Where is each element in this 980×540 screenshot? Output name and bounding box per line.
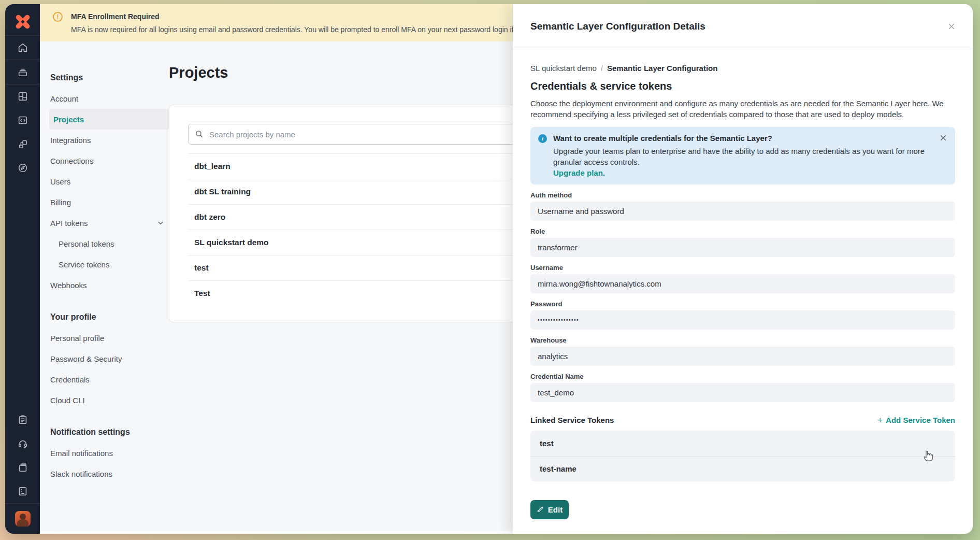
sidebar-item-billing[interactable]: Billing (49, 192, 169, 212)
sidebar-item-webhooks[interactable]: Webhooks (49, 275, 169, 295)
clipboard-icon[interactable] (5, 408, 40, 432)
sidebar-item-service-tokens[interactable]: Service tokens (49, 254, 169, 275)
dashboard-icon[interactable] (5, 84, 40, 108)
sidebar-item-label: Password & Security (50, 354, 122, 363)
sidebar-item-password-security[interactable]: Password & Security (49, 348, 169, 369)
close-icon[interactable] (945, 20, 958, 33)
support-headset-icon[interactable] (5, 432, 40, 456)
field-label: Password (530, 300, 955, 308)
field-value-password[interactable]: •••••••••••••••• (530, 310, 955, 330)
sidebar-item-label: Cloud CLI (50, 396, 85, 405)
upgrade-info-banner: i Want to create multiple credentials fo… (530, 127, 955, 184)
section-description: Choose the deployment environment and co… (530, 98, 955, 120)
field-label: Warehouse (530, 336, 955, 344)
pencil-icon (537, 506, 544, 513)
info-banner-body: Upgrade your teams plan to enterprise an… (553, 146, 930, 167)
edit-button[interactable]: Edit (530, 500, 569, 519)
docs-icon[interactable] (5, 456, 40, 479)
breadcrumb-separator: / (601, 64, 603, 73)
field-value-warehouse[interactable]: analytics (530, 347, 955, 366)
add-service-token-button[interactable]: + Add Service Token (877, 416, 955, 424)
field-value-username[interactable]: mirna.wong@fishtownanalytics.com (530, 274, 955, 293)
settings-nav: SettingsAccountProjectsIntegrationsConne… (49, 67, 169, 484)
field-label: Credential Name (530, 373, 955, 380)
warning-icon: ! (53, 12, 63, 22)
info-icon: i (538, 134, 547, 143)
nav-section-header-notification-settings: Notification settings (49, 422, 169, 443)
section-title: Credentials & service tokens (530, 80, 955, 92)
sidebar-item-label: API tokens (50, 219, 88, 228)
sidebar-item-email-notifications[interactable]: Email notifications (49, 443, 169, 463)
sidebar-item-label: Personal tokens (59, 239, 114, 248)
service-token-row-test: test (530, 431, 955, 456)
nav-section-header-your-profile: Your profile (49, 307, 169, 328)
deploy-icon[interactable] (5, 60, 40, 84)
field-value-auth-method[interactable]: Username and password (530, 202, 955, 221)
credential-fields: Auth methodUsername and passwordRoletran… (530, 191, 955, 402)
chevron-down-icon (157, 219, 164, 226)
sidebar-item-integrations[interactable]: Integrations (49, 130, 169, 150)
close-icon[interactable] (939, 133, 948, 145)
field-value-credential-name[interactable]: test_demo (530, 383, 955, 402)
sidebar-item-label: Projects (53, 115, 84, 124)
user-avatar[interactable] (15, 511, 31, 527)
add-service-token-label: Add Service Token (886, 416, 955, 424)
sidebar-item-projects[interactable]: Projects (49, 109, 169, 130)
sidebar-item-credentials[interactable]: Credentials (49, 369, 169, 390)
nav-section-gap (49, 410, 169, 422)
sidebar-item-slack-notifications[interactable]: Slack notifications (49, 463, 169, 484)
panel-body: SL quickstart demo/Semantic Layer Config… (513, 49, 973, 534)
sidebar-item-personal-tokens[interactable]: Personal tokens (49, 233, 169, 254)
sidebar-item-label: Connections (50, 157, 93, 165)
sidebar-item-api-tokens[interactable]: API tokens (49, 212, 169, 233)
sidebar-item-label: Personal profile (50, 334, 104, 343)
sidebar-item-label: Webhooks (50, 281, 87, 290)
home-icon[interactable] (5, 36, 40, 60)
sidebar-item-personal-profile[interactable]: Personal profile (49, 328, 169, 348)
panel-title: Semantic Layer Configuration Details (530, 21, 945, 32)
sidebar-item-label: Slack notifications (50, 470, 112, 478)
main-content: ! MFA Enrollment Required MFA is now req… (40, 4, 973, 534)
sidebar-item-label: Billing (50, 198, 71, 207)
linked-tokens-list: testtest-name (530, 431, 955, 481)
sidebar-item-label: Email notifications (50, 449, 113, 458)
explore-icon[interactable] (5, 156, 40, 180)
nav-section-gap (49, 295, 169, 307)
develop-icon[interactable] (5, 108, 40, 132)
sidebar-item-label: Credentials (50, 375, 90, 384)
mfa-banner-message: MFA is now required for all logins using… (71, 25, 565, 34)
breadcrumb-parent[interactable]: SL quickstart demo (530, 64, 597, 73)
semantic-layer-panel: Semantic Layer Configuration Details SL … (513, 4, 973, 534)
sidebar-item-connections[interactable]: Connections (49, 150, 169, 171)
field-label: Auth method (530, 191, 955, 199)
field-auth-method: Auth methodUsername and password (530, 191, 955, 221)
sidebar-item-label: Service tokens (59, 260, 109, 269)
search-icon (195, 130, 204, 140)
field-warehouse: Warehouseanalytics (530, 336, 955, 366)
field-label: Username (530, 264, 955, 272)
plus-icon: + (877, 416, 883, 424)
sidebar-item-label: Users (50, 177, 70, 186)
panel-header: Semantic Layer Configuration Details (513, 4, 973, 49)
field-value-role[interactable]: transformer (530, 238, 955, 257)
field-role: Roletransformer (530, 228, 955, 257)
icon-rail (5, 4, 40, 534)
sidebar-item-account[interactable]: Account (49, 88, 169, 109)
field-password: Password•••••••••••••••• (530, 300, 955, 330)
page-title: Projects (169, 64, 228, 81)
field-credential-name: Credential Nametest_demo (530, 373, 955, 402)
breadcrumb-current: Semantic Layer Configuration (607, 64, 717, 73)
branch-icon[interactable] (5, 132, 40, 156)
field-label: Role (530, 228, 955, 235)
breadcrumb: SL quickstart demo/Semantic Layer Config… (530, 64, 955, 73)
upgrade-plan-link[interactable]: Upgrade plan. (553, 168, 605, 177)
field-username: Usernamemirna.wong@fishtownanalytics.com (530, 264, 955, 293)
sidebar-item-label: Integrations (50, 136, 91, 145)
environment-title: Environment (530, 533, 955, 534)
sidebar-item-users[interactable]: Users (49, 171, 169, 192)
dbt-logo[interactable] (5, 8, 40, 35)
sidebar-item-cloud-cli[interactable]: Cloud CLI (49, 390, 169, 410)
app-window: ! MFA Enrollment Required MFA is now req… (5, 4, 973, 534)
linked-tokens-title: Linked Service Tokens (530, 416, 877, 424)
changelog-icon[interactable] (5, 479, 40, 503)
